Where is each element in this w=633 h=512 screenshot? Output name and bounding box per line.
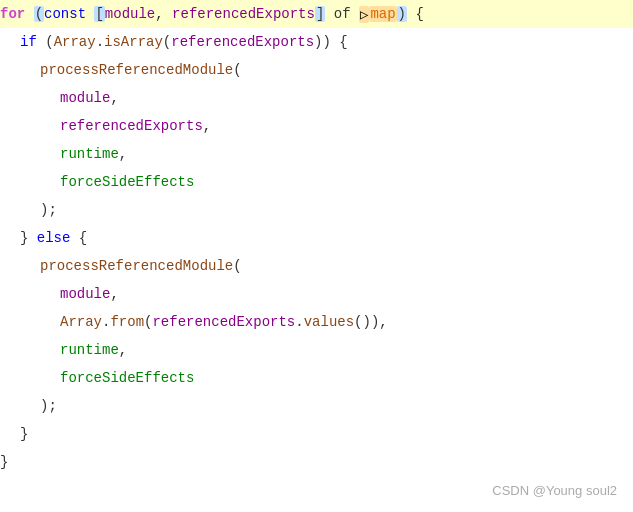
punc-space1	[25, 6, 33, 22]
code-line-4: module ,	[0, 84, 633, 112]
punc-space2	[86, 6, 94, 22]
indent	[0, 34, 20, 50]
keyword-else: else	[37, 230, 71, 246]
var-refexp2: referencedExports	[171, 34, 314, 50]
code-line-14: forceSideEffects	[0, 364, 633, 392]
var-forceside1: forceSideEffects	[60, 174, 194, 190]
punc-dot2: .	[102, 314, 110, 330]
fn-isarray: isArray	[104, 34, 163, 50]
bracket-close: ]	[315, 6, 325, 22]
code-line-11: module ,	[0, 280, 633, 308]
code-line-13: runtime ,	[0, 336, 633, 364]
keyword-for: for	[0, 6, 25, 22]
code-line-16: }	[0, 420, 633, 448]
fn-processref2: processReferencedModule	[40, 258, 233, 274]
punc-open2: (	[233, 258, 241, 274]
fn-values: values	[304, 314, 354, 330]
punc-closebrace1: }	[20, 230, 37, 246]
indent1c	[0, 426, 20, 442]
fn-from: from	[110, 314, 144, 330]
paren-open: (	[34, 6, 44, 22]
code-line-1: for ( const [ module , referencedExports…	[0, 0, 633, 28]
code-line-12: Array . from ( referencedExports . value…	[0, 308, 633, 336]
code-container: for ( const [ module , referencedExports…	[0, 0, 633, 512]
indent2c	[0, 258, 40, 274]
punc-close2: );	[40, 398, 57, 414]
punc-space3: (	[37, 34, 54, 50]
var-forceside2: forceSideEffects	[60, 370, 194, 386]
code-line-6: runtime ,	[0, 140, 633, 168]
indent2	[0, 62, 40, 78]
code-line-9: } else {	[0, 224, 633, 252]
paren-close: )	[397, 6, 407, 22]
watermark: CSDN @Young soul2	[492, 483, 617, 498]
indent3b	[0, 118, 60, 134]
indent1b	[0, 230, 20, 246]
var-module3: module	[60, 286, 110, 302]
indent3g	[0, 342, 60, 358]
punc-dot1: .	[96, 34, 104, 50]
var-runtime1: runtime	[60, 146, 119, 162]
code-line-8: );	[0, 196, 633, 224]
punc-of: of	[325, 6, 359, 22]
punc-paren1: (	[163, 34, 171, 50]
punc-paren2: )) {	[314, 34, 348, 50]
punc-paren3: (	[144, 314, 152, 330]
indent3f	[0, 314, 60, 330]
punc-comma1: ,	[155, 6, 172, 22]
indent3h	[0, 370, 60, 386]
code-line-2: if ( Array . isArray ( referencedExports…	[0, 28, 633, 56]
indent3d	[0, 174, 60, 190]
punc-closebrace2: }	[20, 426, 28, 442]
var-module2: module	[60, 90, 110, 106]
indent3e	[0, 286, 60, 302]
var-refexp3: referencedExports	[60, 118, 203, 134]
punc-brace-open1: {	[407, 6, 424, 22]
punc-comma5: ,	[110, 286, 118, 302]
code-line-5: referencedExports ,	[0, 112, 633, 140]
keyword-const: const	[44, 6, 86, 22]
var-runtime2: runtime	[60, 342, 119, 358]
punc-comma4: ,	[119, 146, 127, 162]
code-line-10: processReferencedModule (	[0, 252, 633, 280]
punc-comma2: ,	[110, 90, 118, 106]
punc-comma6: ,	[119, 342, 127, 358]
var-module: module	[105, 6, 155, 22]
code-line-15: );	[0, 392, 633, 420]
code-line-17: }	[0, 448, 633, 476]
indent3	[0, 90, 60, 106]
code-line-3: processReferencedModule (	[0, 56, 633, 84]
var-referencedexports: referencedExports	[172, 6, 315, 22]
map-indicator: ▷	[359, 6, 369, 23]
indent2d	[0, 398, 40, 414]
indent3c	[0, 146, 60, 162]
var-map: map	[369, 6, 396, 22]
bracket-open: [	[94, 6, 104, 22]
fn-arrayfrom: Array	[60, 314, 102, 330]
punc-open1: (	[233, 62, 241, 78]
punc-comma3: ,	[203, 118, 211, 134]
indent2b	[0, 202, 40, 218]
keyword-if: if	[20, 34, 37, 50]
fn-processref1: processReferencedModule	[40, 62, 233, 78]
var-refexp4: referencedExports	[152, 314, 295, 330]
punc-dot3: .	[295, 314, 303, 330]
fn-array: Array	[54, 34, 96, 50]
punc-openbrace2: {	[70, 230, 87, 246]
punc-valuescall: ()),	[354, 314, 388, 330]
code-line-7: forceSideEffects	[0, 168, 633, 196]
punc-close1: );	[40, 202, 57, 218]
punc-closebrace3: }	[0, 454, 8, 470]
